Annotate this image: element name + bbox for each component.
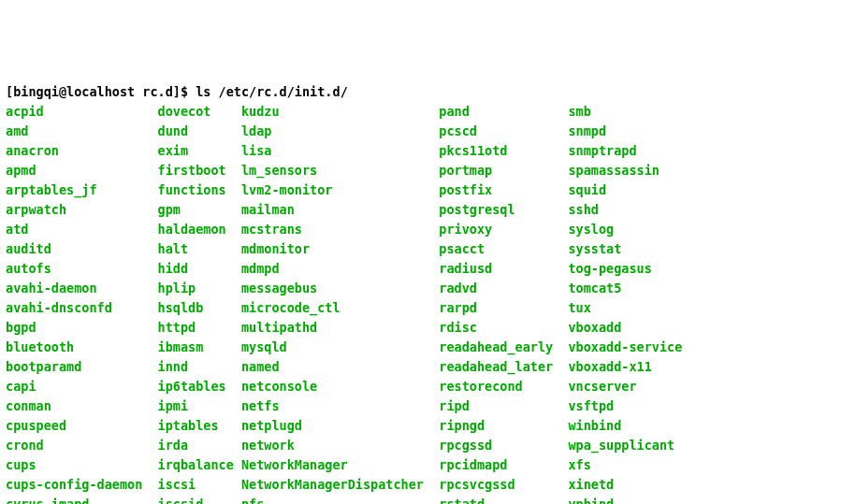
ls-entry: portmap [439,161,568,180]
ls-entry: winbind [568,416,689,436]
ls-entry: cpuspeed [6,416,158,436]
ls-row: crondirdanetworkrpcgssdwpa_supplicant [6,436,849,455]
ls-entry: multipathd [241,318,439,338]
ls-entry: vboxadd [568,318,689,338]
ls-entry: apmd [6,161,158,180]
ls-entry: functions [158,180,241,200]
ls-entry: bluetooth [6,338,158,357]
ls-entry: rpcgssd [439,436,568,455]
ls-row: arpwatchgpmmailmanpostgresqlsshd [6,200,849,220]
ls-entry: ripngd [439,416,568,436]
ls-entry: vboxadd-x11 [568,357,689,377]
ls-entry: netfs [241,396,439,416]
ls-entry: postgresql [439,200,568,220]
ls-entry: lm_sensors [241,161,439,180]
ls-entry: conman [6,396,158,416]
ls-entry: auditd [6,239,158,259]
ls-entry: smb [568,102,689,122]
ls-entry: capi [6,377,158,396]
ls-entry: lisa [241,141,439,161]
ls-entry: anacron [6,141,158,161]
ls-entry: mailman [241,200,439,220]
ls-entry: innd [158,357,241,377]
ls-entry: privoxy [439,220,568,239]
ls-entry: rpcidmapd [439,455,568,475]
ls-entry: autofs [6,259,158,279]
ls-entry: mysqld [241,338,439,357]
ls-entry: xinetd [568,475,689,495]
ls-row: cups-config-daemoniscsiNetworkManagerDis… [6,475,849,495]
ls-entry: mdmpd [241,259,439,279]
ls-entry: rarpd [439,298,568,318]
ls-entry: iscsid [158,495,241,504]
ls-row: autofshiddmdmpdradiusdtog-pegasus [6,259,849,279]
ls-row: avahi-dnsconfdhsqldbmicrocode_ctlrarpdtu… [6,298,849,318]
ls-entry: network [241,436,439,455]
ls-entry: rpcsvcgssd [439,475,568,495]
ls-row: auditdhaltmdmonitorpsacctsysstat [6,239,849,259]
ls-entry: avahi-daemon [6,279,158,298]
ls-entry: syslog [568,220,689,239]
ls-entry: tomcat5 [568,279,689,298]
ls-entry: radvd [439,279,568,298]
ls-entry: tux [568,298,689,318]
ls-row: bluetoothibmasmmysqldreadahead_earlyvbox… [6,338,849,357]
ls-row: arptables_jffunctionslvm2-monitorpostfix… [6,180,849,200]
ls-entry: radiusd [439,259,568,279]
ls-row: apmdfirstbootlm_sensorsportmapspamassass… [6,161,849,180]
ls-entry: halt [158,239,241,259]
ls-entry: squid [568,180,689,200]
ls-entry: irda [158,436,241,455]
ls-entry: crond [6,436,158,455]
ls-row: anacroneximlisapkcs11otdsnmptrapd [6,141,849,161]
ls-entry: named [241,357,439,377]
ls-entry: readahead_later [439,357,568,377]
ls-entry: firstboot [158,161,241,180]
ls-row: avahi-daemonhplipmessagebusradvdtomcat5 [6,279,849,298]
ls-entry: ldap [241,122,439,141]
ls-row: amddundldappcscdsnmpd [6,122,849,141]
ls-entry: iptables [158,416,241,436]
ls-entry: pand [439,102,568,122]
ls-entry: readahead_early [439,338,568,357]
ls-entry: postfix [439,180,568,200]
ls-row: atdhaldaemonmcstransprivoxysyslog [6,220,849,239]
ls-entry: hplip [158,279,241,298]
ls-entry: NetworkManagerDispatcher [241,475,439,495]
ls-row: cyrus-imapdiscsidnfsrstatdypbind [6,495,849,504]
ls-entry: snmptrapd [568,141,689,161]
ls-entry: exim [158,141,241,161]
ls-entry: nfs [241,495,439,504]
ls-row: acpiddovecotkudzupandsmb [6,102,849,122]
ls-entry: lvm2-monitor [241,180,439,200]
ls-entry: irqbalance [158,455,241,475]
shell-command[interactable]: ls /etc/rc.d/init.d/ [196,84,348,99]
ls-entry: iscsi [158,475,241,495]
ls-entry: wpa_supplicant [568,436,689,455]
ls-entry: cups [6,455,158,475]
ls-entry: ripd [439,396,568,416]
ls-row: cpuspeediptablesnetplugdripngdwinbind [6,416,849,436]
ls-entry: acpid [6,102,158,122]
ls-entry: vsftpd [568,396,689,416]
ls-entry: haldaemon [158,220,241,239]
ls-entry: psacct [439,239,568,259]
ls-entry: vboxadd-service [568,338,689,357]
ls-entry: restorecond [439,377,568,396]
ls-entry: bgpd [6,318,158,338]
ls-entry: microcode_ctl [241,298,439,318]
ls-entry: ibmasm [158,338,241,357]
ls-entry: sshd [568,200,689,220]
ls-entry: arptables_jf [6,180,158,200]
ls-entry: spamassassin [568,161,689,180]
ls-entry: pkcs11otd [439,141,568,161]
ls-entry: ypbind [568,495,689,504]
ls-entry: ipmi [158,396,241,416]
ls-entry: rdisc [439,318,568,338]
ls-entry: cyrus-imapd [6,495,158,504]
terminal-output: [bingqi@localhost rc.d]$ ls /etc/rc.d/in… [6,82,849,504]
ls-entry: ip6tables [158,377,241,396]
ls-entry: messagebus [241,279,439,298]
ls-entry: tog-pegasus [568,259,689,279]
ls-entry: kudzu [241,102,439,122]
